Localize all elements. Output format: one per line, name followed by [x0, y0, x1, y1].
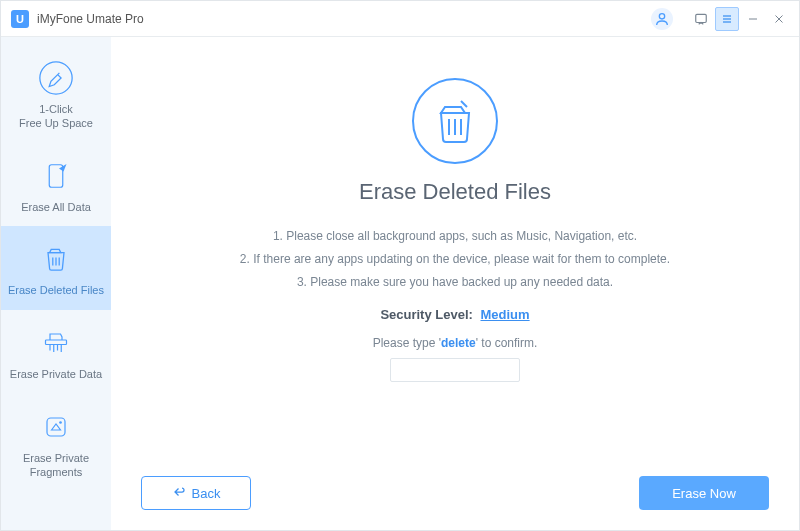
svg-rect-10: [46, 340, 67, 345]
phone-erase-icon: [37, 157, 75, 195]
sidebar-item-label: Erase Deleted Files: [8, 284, 104, 298]
user-avatar-icon[interactable]: [651, 8, 673, 30]
instruction-line: 2. If there are any apps updating on the…: [141, 248, 769, 271]
hero-trash-icon: [411, 77, 499, 165]
sidebar: 1-Click Free Up Space Erase All Data Era…: [1, 37, 111, 530]
close-button[interactable]: [767, 7, 791, 31]
sidebar-item-erase-private[interactable]: Erase Private Data: [1, 310, 111, 394]
confirm-input[interactable]: [390, 358, 520, 382]
shredder-icon: [37, 324, 75, 362]
svg-point-12: [59, 421, 62, 424]
confirm-instruction: Please type 'delete' to confirm.: [141, 336, 769, 350]
menu-icon[interactable]: [715, 7, 739, 31]
svg-point-0: [659, 13, 664, 18]
app-title: iMyFone Umate Pro: [37, 12, 144, 26]
security-level-label: Security Level:: [380, 307, 473, 322]
erase-now-button-label: Erase Now: [672, 486, 736, 501]
instruction-line: 3. Please make sure you have backed up a…: [141, 271, 769, 294]
sidebar-item-erase-all[interactable]: Erase All Data: [1, 143, 111, 227]
instructions: 1. Please close all background apps, suc…: [141, 225, 769, 293]
security-level-row: Security Level: Medium: [141, 307, 769, 322]
security-level-link[interactable]: Medium: [481, 307, 530, 322]
page-title: Erase Deleted Files: [141, 179, 769, 205]
erase-now-button[interactable]: Erase Now: [639, 476, 769, 510]
sidebar-item-free-up-space[interactable]: 1-Click Free Up Space: [1, 45, 111, 143]
svg-rect-11: [47, 418, 65, 436]
broom-icon: [37, 59, 75, 97]
sidebar-item-label: Erase Private Fragments: [23, 452, 89, 480]
sidebar-item-label: Erase Private Data: [10, 368, 102, 382]
svg-rect-1: [696, 14, 707, 22]
footer: Back Erase Now: [141, 476, 769, 510]
feedback-icon[interactable]: [689, 7, 713, 31]
back-arrow-icon: [172, 486, 186, 501]
app-logo: U: [11, 10, 29, 28]
app-pieces-icon: [37, 408, 75, 446]
back-button-label: Back: [192, 486, 221, 501]
svg-point-8: [40, 62, 72, 94]
sidebar-item-erase-deleted[interactable]: Erase Deleted Files: [1, 226, 111, 310]
sidebar-item-label: 1-Click Free Up Space: [19, 103, 93, 131]
titlebar: U iMyFone Umate Pro: [1, 1, 799, 37]
minimize-button[interactable]: [741, 7, 765, 31]
sidebar-item-erase-fragments[interactable]: Erase Private Fragments: [1, 394, 111, 492]
back-button[interactable]: Back: [141, 476, 251, 510]
main-panel: Erase Deleted Files 1. Please close all …: [111, 37, 799, 530]
instruction-line: 1. Please close all background apps, suc…: [141, 225, 769, 248]
sidebar-item-label: Erase All Data: [21, 201, 91, 215]
confirm-keyword: delete: [441, 336, 476, 350]
trash-file-icon: [37, 240, 75, 278]
